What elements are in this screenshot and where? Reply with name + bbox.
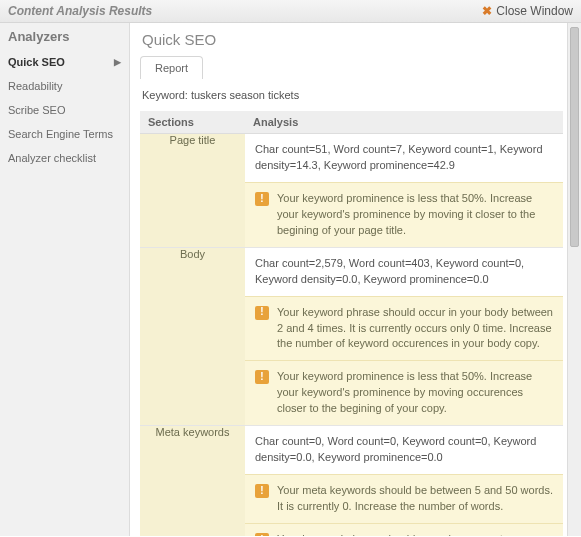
scrollbar-thumb[interactable] [570, 27, 579, 247]
sidebar-item-label: Analyzer checklist [8, 152, 96, 164]
sidebar-item-2[interactable]: Scribe SEO [0, 98, 129, 122]
message-text: Your keyword phrase should occur in your… [277, 305, 553, 353]
stats-text: Char count=51, Word count=7, Keyword cou… [245, 134, 563, 182]
sidebar-item-3[interactable]: Search Engine Terms [0, 122, 129, 146]
section-name: Body [140, 247, 245, 426]
sidebar-item-label: Search Engine Terms [8, 128, 113, 140]
message-warning: !Your keyword phrase should occur in you… [245, 296, 563, 361]
sidebar-item-1[interactable]: Readability [0, 74, 129, 98]
main-panel: Quick SEO Report Keyword: tuskers season… [130, 23, 581, 536]
warning-icon: ! [255, 306, 269, 320]
col-sections: Sections [140, 111, 245, 134]
sidebar-heading: Analyzers [0, 25, 129, 50]
sidebar-item-0[interactable]: Quick SEO▶ [0, 50, 129, 74]
table-row: BodyChar count=2,579, Word count=403, Ke… [140, 247, 563, 426]
close-window-button[interactable]: ✖ Close Window [482, 4, 573, 18]
message-text: Your meta keywords should be between 5 a… [277, 483, 553, 515]
sidebar: Analyzers Quick SEO▶ReadabilityScribe SE… [0, 23, 130, 536]
analysis-cell: Char count=51, Word count=7, Keyword cou… [245, 134, 563, 248]
warning-icon: ! [255, 533, 269, 536]
sidebar-item-label: Quick SEO [8, 56, 65, 68]
sidebar-item-label: Scribe SEO [8, 104, 65, 116]
warning-icon: ! [255, 484, 269, 498]
app-title: Content Analysis Results [8, 4, 152, 18]
message-text: Your keyword phrase should occur in your… [277, 532, 553, 536]
scrollbar[interactable] [567, 23, 581, 536]
stats-text: Char count=2,579, Word count=403, Keywor… [245, 248, 563, 296]
message-warning: !Your keyword prominence is less that 50… [245, 360, 563, 425]
message-warning: !Your keyword prominence is less that 50… [245, 182, 563, 247]
section-name: Page title [140, 134, 245, 248]
message-text: Your keyword prominence is less that 50%… [277, 369, 553, 417]
section-name: Meta keywords [140, 426, 245, 536]
tab-bar: Report [140, 56, 563, 79]
warning-icon: ! [255, 192, 269, 206]
titlebar: Content Analysis Results ✖ Close Window [0, 0, 581, 23]
analysis-cell: Char count=2,579, Word count=403, Keywor… [245, 247, 563, 426]
close-icon: ✖ [482, 4, 492, 18]
analysis-cell: Char count=0, Word count=0, Keyword coun… [245, 426, 563, 536]
caret-right-icon: ▶ [114, 57, 121, 67]
keyword-value: tuskers season tickets [191, 89, 299, 101]
page-title: Quick SEO [142, 31, 563, 48]
sidebar-item-label: Readability [8, 80, 62, 92]
keyword-line: Keyword: tuskers season tickets [142, 89, 563, 101]
message-text: Your keyword prominence is less that 50%… [277, 191, 553, 239]
table-row: Page titleChar count=51, Word count=7, K… [140, 134, 563, 248]
close-window-label: Close Window [496, 4, 573, 18]
message-warning: !Your meta keywords should be between 5 … [245, 474, 563, 523]
keyword-label: Keyword: [142, 89, 188, 101]
table-row: Meta keywordsChar count=0, Word count=0,… [140, 426, 563, 536]
sidebar-item-4[interactable]: Analyzer checklist [0, 146, 129, 170]
col-analysis: Analysis [245, 111, 563, 134]
tab-report[interactable]: Report [140, 56, 203, 79]
warning-icon: ! [255, 370, 269, 384]
stats-text: Char count=0, Word count=0, Keyword coun… [245, 426, 563, 474]
analysis-table: Sections Analysis Page titleChar count=5… [140, 111, 563, 536]
message-warning: !Your keyword phrase should occur in you… [245, 523, 563, 536]
